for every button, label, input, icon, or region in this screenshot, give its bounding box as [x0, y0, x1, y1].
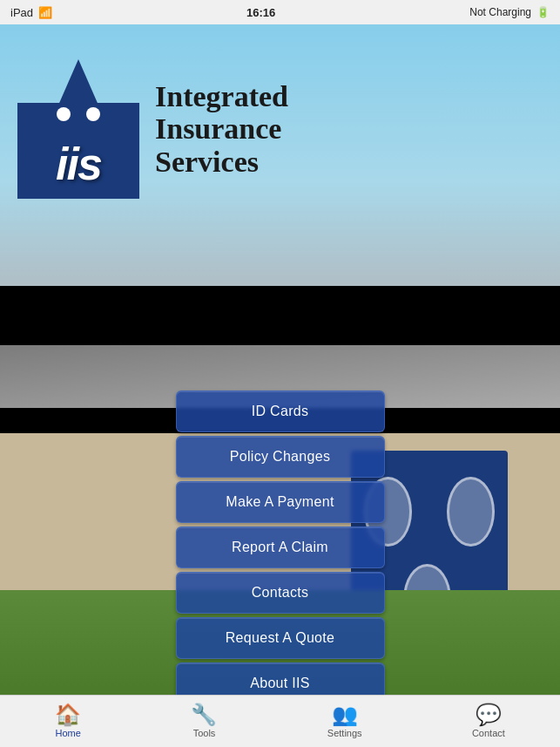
- tab-label-home: Home: [55, 728, 80, 738]
- tab-icon-home: 🏠: [55, 704, 81, 725]
- logo-icon: iis: [17, 59, 139, 199]
- main-content: iis Integrated Insurance Services ID Car…: [0, 24, 560, 747]
- tab-settings[interactable]: 👥Settings: [310, 699, 380, 744]
- status-left: iPad 📶: [10, 6, 52, 19]
- tab-icon-contact: 💬: [476, 704, 502, 725]
- logo-initials: iis: [56, 138, 101, 190]
- tab-icon-tools: 🔧: [191, 704, 217, 725]
- logo-dot-1: [57, 107, 71, 121]
- tab-contact[interactable]: 💬Contact: [455, 699, 523, 744]
- tab-label-tools: Tools: [193, 728, 216, 738]
- logo-container: iis Integrated Insurance Services: [17, 59, 543, 199]
- status-bar: iPad 📶 16:16 Not Charging 🔋: [0, 0, 560, 24]
- logo-line1: Integrated: [155, 80, 288, 112]
- menu-btn-request-a-quote[interactable]: Request A Quote: [176, 617, 385, 659]
- wifi-icon: 📶: [38, 6, 52, 19]
- battery-label: Not Charging: [469, 6, 531, 18]
- logo-name: Integrated Insurance Services: [155, 80, 288, 178]
- device-label: iPad: [10, 6, 33, 19]
- menu-btn-report-a-claim[interactable]: Report A Claim: [176, 526, 385, 568]
- tab-label-contact: Contact: [472, 728, 505, 738]
- tab-label-settings: Settings: [327, 728, 362, 738]
- menu-container: ID CardsPolicy ChangesMake A PaymentRepo…: [176, 390, 385, 704]
- tab-icon-settings: 👥: [332, 704, 358, 725]
- tab-home[interactable]: 🏠Home: [37, 699, 98, 744]
- tab-bar: 🏠Home🔧Tools👥Settings💬Contact: [0, 695, 560, 747]
- logo-dot-2: [86, 107, 100, 121]
- logo-line2: Insurance: [155, 112, 288, 145]
- battery-icon: 🔋: [536, 6, 550, 18]
- logo-dots: [57, 107, 100, 121]
- menu-btn-make-a-payment[interactable]: Make A Payment: [176, 481, 385, 523]
- tab-tools[interactable]: 🔧Tools: [173, 699, 234, 744]
- menu-btn-id-cards[interactable]: ID Cards: [176, 390, 385, 432]
- status-right: Not Charging 🔋: [469, 6, 550, 18]
- menu-btn-contacts[interactable]: Contacts: [176, 572, 385, 614]
- window-oval-2: [447, 477, 495, 547]
- logo-line3: Services: [155, 146, 288, 178]
- menu-btn-policy-changes[interactable]: Policy Changes: [176, 436, 385, 478]
- status-time: 16:16: [246, 6, 275, 19]
